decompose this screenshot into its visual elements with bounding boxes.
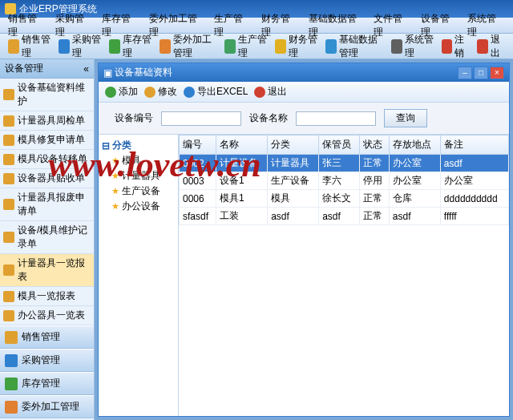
toolbar-icon bbox=[477, 39, 488, 54]
table-cell: 办公室 bbox=[389, 172, 440, 190]
chevron-icon: « bbox=[83, 63, 89, 75]
close-button[interactable]: × bbox=[490, 67, 504, 79]
toolbar-button[interactable]: 退出 bbox=[474, 31, 508, 62]
table-cell: 计量设备 bbox=[216, 155, 268, 172]
sidebar-tree-item[interactable]: 模具一览报表 bbox=[0, 287, 94, 306]
star-icon: ★ bbox=[111, 155, 119, 166]
column-header[interactable]: 保管员 bbox=[319, 135, 360, 155]
window-toolbar: 添加修改导出EXCEL退出 bbox=[99, 82, 509, 103]
toolbar-button[interactable]: 注销 bbox=[438, 31, 473, 62]
tree-item-icon bbox=[3, 89, 14, 100]
sidebar-tree-item[interactable]: 设备器具贴收单 bbox=[0, 169, 94, 188]
search-row: 设备编号 设备名称 查询 bbox=[99, 103, 509, 135]
star-icon: ★ bbox=[111, 186, 119, 196]
tool-icon bbox=[184, 87, 195, 98]
column-header[interactable]: 备注 bbox=[440, 135, 508, 155]
toolbar-button[interactable]: 采购管理 bbox=[55, 31, 104, 62]
minus-icon: ⊟ bbox=[102, 140, 110, 151]
window-tool-button[interactable]: 修改 bbox=[144, 85, 177, 99]
sidebar-groups: 销售管理采购管理库存管理委外加工管理生产管理财务管理基础数据管理系统管理文件管理… bbox=[0, 325, 94, 420]
table-cell: 正常 bbox=[359, 190, 389, 208]
table-cell: 正常 bbox=[359, 155, 389, 172]
tool-icon bbox=[105, 87, 116, 98]
tree-root[interactable]: ⊟ 分类 bbox=[102, 138, 175, 153]
category-node[interactable]: ★生产设备 bbox=[111, 184, 175, 199]
tool-icon bbox=[144, 87, 156, 98]
column-header[interactable]: 存放地点 bbox=[389, 135, 440, 155]
sidebar-tree-item[interactable]: 计量器具报废申请单 bbox=[0, 188, 94, 221]
window-tool-button[interactable]: 退出 bbox=[254, 85, 287, 99]
table-cell: 办公室 bbox=[389, 155, 440, 172]
group-icon bbox=[5, 354, 18, 367]
sidebar-group[interactable]: 库存管理 bbox=[0, 372, 94, 395]
toolbar-button[interactable]: 财务管理 bbox=[272, 31, 321, 62]
sidebar-group[interactable]: 采购管理 bbox=[0, 349, 94, 372]
table-row[interactable]: 0002计量设备计量器具张三正常办公室asdf bbox=[180, 155, 509, 172]
toolbar-button[interactable]: 基础数据管理 bbox=[322, 31, 386, 62]
maximize-button[interactable]: □ bbox=[474, 67, 488, 79]
category-tree: ⊟ 分类 ★模具★计量器具★生产设备★办公设备 bbox=[99, 135, 179, 416]
table-cell: sfasdf bbox=[180, 208, 216, 225]
search-button[interactable]: 查询 bbox=[384, 109, 427, 127]
code-input[interactable] bbox=[161, 111, 241, 126]
category-node[interactable]: ★模具 bbox=[111, 153, 175, 168]
table-cell: 0003 bbox=[180, 172, 216, 190]
table-row[interactable]: sfasdf工装asdfasdf正常asdffffff bbox=[180, 208, 509, 225]
code-label: 设备编号 bbox=[115, 111, 153, 125]
star-icon: ★ bbox=[111, 171, 119, 181]
column-header[interactable]: 编号 bbox=[180, 135, 216, 155]
table-cell: 正常 bbox=[359, 208, 389, 225]
toolbar-button[interactable]: 系统管理 bbox=[388, 31, 437, 62]
table-cell: 设备1 bbox=[216, 172, 268, 190]
table-cell: 0002 bbox=[180, 155, 216, 172]
toolbar-button[interactable]: 销售管理 bbox=[5, 31, 54, 62]
table-cell: 张三 bbox=[319, 155, 360, 172]
name-label: 设备名称 bbox=[249, 111, 288, 125]
toolbar-button[interactable]: 委外加工管理 bbox=[156, 31, 220, 62]
table-cell: 生产设备 bbox=[268, 172, 319, 190]
table-cell: 工装 bbox=[216, 208, 268, 225]
sidebar-tree-item[interactable]: 计量器具一览报表 bbox=[0, 254, 94, 287]
sidebar-tree-item[interactable]: 模具修复申请单 bbox=[0, 131, 94, 150]
toolbar-icon bbox=[109, 39, 120, 54]
grid-header-row: 编号名称分类保管员状态存放地点备注 bbox=[180, 135, 509, 155]
table-cell: 0006 bbox=[180, 190, 216, 208]
window-icon: ▣ bbox=[103, 67, 112, 79]
window-titlebar[interactable]: ▣ 设备基础资料 – □ × bbox=[99, 63, 509, 82]
table-cell: asdf bbox=[389, 208, 440, 225]
sidebar-group[interactable]: 销售管理 bbox=[0, 325, 94, 349]
data-grid[interactable]: 编号名称分类保管员状态存放地点备注 0002计量设备计量器具张三正常办公室asd… bbox=[179, 135, 509, 416]
table-cell: 徐长文 bbox=[319, 190, 360, 208]
sidebar-tree-item[interactable]: 模具/设备转移单 bbox=[0, 150, 94, 169]
tree-item-icon bbox=[3, 135, 14, 146]
category-node[interactable]: ★计量器具 bbox=[111, 168, 175, 184]
tree-item-icon bbox=[3, 232, 14, 243]
sidebar-tree-item[interactable]: 设备/模具维护记录单 bbox=[0, 221, 94, 254]
sidebar-tree-item[interactable]: 设备基础资料维护 bbox=[0, 79, 94, 111]
toolbar-icon bbox=[160, 39, 171, 54]
toolbar-icon bbox=[325, 39, 337, 54]
toolbar-icon bbox=[391, 39, 402, 54]
table-row[interactable]: 0003设备1生产设备李六停用办公室办公室 bbox=[180, 172, 509, 190]
column-header[interactable]: 名称 bbox=[216, 135, 268, 155]
window-tool-button[interactable]: 添加 bbox=[105, 85, 138, 99]
table-cell: 李六 bbox=[319, 172, 360, 190]
name-input[interactable] bbox=[296, 111, 376, 126]
minimize-button[interactable]: – bbox=[458, 67, 472, 79]
sidebar-tree-item[interactable]: 计量器具周检单 bbox=[0, 111, 94, 131]
tree-item-icon bbox=[3, 291, 14, 302]
toolbar-button[interactable]: 生产管理 bbox=[221, 31, 270, 62]
window-tool-button[interactable]: 导出EXCEL bbox=[184, 85, 248, 99]
toolbar-button[interactable]: 库存管理 bbox=[106, 31, 155, 62]
sidebar-tree-item[interactable]: 办公器具一览表 bbox=[0, 306, 94, 325]
sidebar: 设备管理 « 设备基础资料维护计量器具周检单模具修复申请单模具/设备转移单设备器… bbox=[0, 59, 95, 420]
table-cell: 仓库 bbox=[389, 190, 440, 208]
column-header[interactable]: 状态 bbox=[359, 135, 389, 155]
table-cell: asdf bbox=[440, 155, 508, 172]
category-node[interactable]: ★办公设备 bbox=[111, 199, 175, 214]
table-cell: 模具 bbox=[268, 190, 319, 208]
column-header[interactable]: 分类 bbox=[268, 135, 319, 155]
sidebar-group[interactable]: 委外加工管理 bbox=[0, 395, 94, 418]
table-row[interactable]: 0006模具1模具徐长文正常仓库dddddddddd bbox=[180, 190, 509, 208]
sidebar-header[interactable]: 设备管理 « bbox=[0, 59, 94, 79]
